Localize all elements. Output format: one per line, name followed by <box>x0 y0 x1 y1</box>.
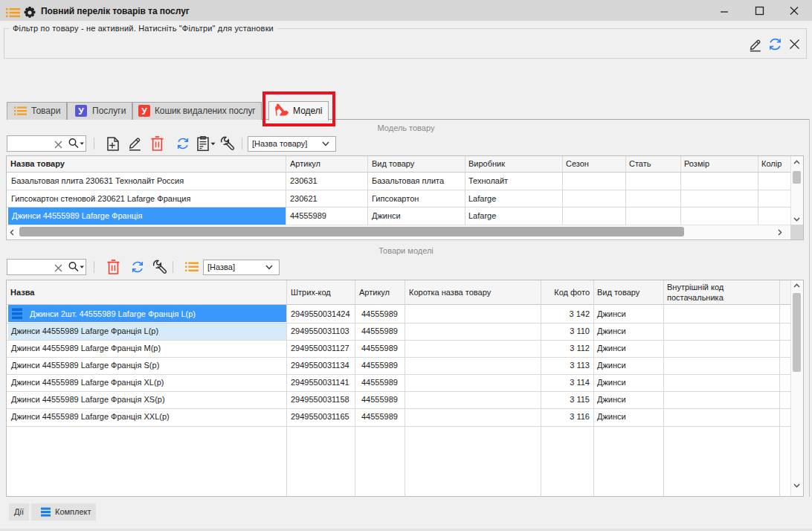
svg-text:У: У <box>78 106 84 117</box>
svg-text:У: У <box>141 106 147 117</box>
